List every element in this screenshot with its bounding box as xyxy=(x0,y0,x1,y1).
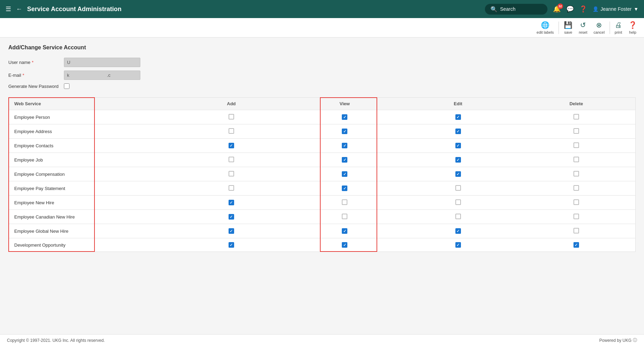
checkbox-delete[interactable] xyxy=(573,199,579,205)
email-row: E-mail * xyxy=(8,71,636,80)
generate-password-row: Generate New Password xyxy=(8,83,636,89)
help-nav-button[interactable]: ❓ xyxy=(579,5,587,13)
page-title: Add/Change Service Account xyxy=(8,44,636,51)
cell-delete xyxy=(517,139,636,153)
checkbox-delete[interactable] xyxy=(573,171,579,177)
cell-edit xyxy=(399,224,517,238)
checkbox-delete[interactable] xyxy=(573,213,579,220)
cell-view xyxy=(290,110,399,124)
cell-web-service: Employee Person xyxy=(9,110,172,124)
checkbox-edit[interactable] xyxy=(455,114,461,120)
cell-view xyxy=(290,196,399,210)
cell-add xyxy=(172,196,291,210)
cell-edit xyxy=(399,196,517,210)
cell-delete xyxy=(517,196,636,210)
checkbox-edit[interactable] xyxy=(455,128,461,134)
print-icon: 🖨 xyxy=(615,21,622,29)
checkbox-add-state xyxy=(229,128,234,134)
checkbox-view[interactable] xyxy=(341,114,348,120)
col-header-add: Add xyxy=(172,98,291,110)
checkbox-add[interactable] xyxy=(228,156,234,163)
checkbox-add[interactable] xyxy=(228,142,234,149)
checkbox-edit[interactable] xyxy=(455,185,461,191)
checkbox-view[interactable] xyxy=(341,128,348,134)
cell-add xyxy=(172,139,291,153)
checkbox-delete[interactable] xyxy=(573,128,579,134)
checkbox-add[interactable] xyxy=(228,199,234,206)
save-button[interactable]: 💾 save xyxy=(564,21,572,34)
checkbox-delete[interactable] xyxy=(573,228,579,234)
checkbox-view-state xyxy=(342,171,347,177)
chat-button[interactable]: 💬 xyxy=(566,5,574,13)
checkbox-add[interactable] xyxy=(228,214,234,220)
checkbox-add[interactable] xyxy=(228,228,234,234)
checkbox-edit-state xyxy=(455,242,461,248)
username-required: * xyxy=(32,60,34,65)
checkbox-delete[interactable] xyxy=(573,242,579,248)
cell-web-service: Employee Address xyxy=(9,124,172,139)
checkbox-view[interactable] xyxy=(341,228,348,234)
email-input[interactable] xyxy=(64,71,140,80)
checkbox-edit[interactable] xyxy=(455,171,461,177)
checkbox-add[interactable] xyxy=(228,114,234,120)
search-icon: 🔍 xyxy=(490,6,497,13)
checkbox-view-state xyxy=(342,199,347,205)
user-menu-button[interactable]: 👤 Jeanne Foster ▼ xyxy=(593,6,638,12)
generate-password-checkbox[interactable] xyxy=(64,83,69,89)
checkbox-add[interactable] xyxy=(228,128,234,134)
checkbox-edit-state xyxy=(455,214,461,219)
username-input[interactable] xyxy=(64,58,140,67)
cell-add xyxy=(172,210,291,224)
checkbox-delete[interactable] xyxy=(573,156,579,163)
checkbox-view[interactable] xyxy=(341,185,348,191)
cancel-button[interactable]: ⊗ cancel xyxy=(594,21,605,34)
checkbox-add-state xyxy=(229,200,234,205)
checkbox-delete-state xyxy=(573,171,579,176)
checkbox-view[interactable] xyxy=(341,199,348,205)
checkbox-edit[interactable] xyxy=(455,142,461,149)
checkbox-add[interactable] xyxy=(228,171,234,177)
checkbox-delete[interactable] xyxy=(573,114,579,120)
checkbox-view-state xyxy=(342,242,347,248)
checkbox-edit[interactable] xyxy=(455,242,461,248)
checkbox-view[interactable] xyxy=(341,242,348,248)
help-button[interactable]: ❓ help xyxy=(628,21,637,34)
reset-button[interactable]: ↺ reset xyxy=(579,21,587,34)
print-button[interactable]: 🖨 print xyxy=(615,21,622,34)
cell-delete xyxy=(517,238,636,252)
checkbox-edit[interactable] xyxy=(455,157,461,163)
table-row: Employee Person xyxy=(9,110,636,124)
checkbox-view-state xyxy=(342,214,347,219)
search-bar[interactable]: 🔍 Search xyxy=(485,4,547,15)
toolbar-separator-2 xyxy=(610,22,610,34)
col-header-view: View xyxy=(290,98,399,110)
checkbox-view[interactable] xyxy=(341,171,348,177)
checkbox-view-state xyxy=(342,228,347,234)
toolbar-group-actions: 💾 save ↺ reset ⊗ cancel xyxy=(564,21,604,34)
hamburger-menu-button[interactable]: ☰ xyxy=(6,5,11,13)
cell-delete xyxy=(517,124,636,139)
checkbox-edit[interactable] xyxy=(455,199,461,205)
cell-delete xyxy=(517,181,636,196)
cell-delete xyxy=(517,110,636,124)
notifications-button[interactable]: 🔔 32 xyxy=(553,5,561,13)
top-navigation: ☰ ← Service Account Administration 🔍 Sea… xyxy=(0,0,644,18)
checkbox-delete[interactable] xyxy=(573,142,579,148)
checkbox-view[interactable] xyxy=(341,142,348,149)
page-content: Add/Change Service Account User name * E… xyxy=(0,38,644,259)
cell-web-service: Employee Global New Hire xyxy=(9,224,172,238)
back-button[interactable]: ← xyxy=(16,6,22,13)
checkbox-view[interactable] xyxy=(341,213,348,220)
checkbox-add[interactable] xyxy=(228,242,234,248)
checkbox-edit[interactable] xyxy=(455,228,461,234)
checkbox-edit[interactable] xyxy=(455,213,461,220)
checkbox-add[interactable] xyxy=(228,185,234,191)
table-row: Employee Job xyxy=(9,153,636,167)
checkbox-delete-state xyxy=(573,228,579,233)
edit-labels-button[interactable]: 🌐 edit labels xyxy=(537,21,554,34)
user-dropdown-icon: ▼ xyxy=(634,6,638,12)
checkbox-delete[interactable] xyxy=(573,185,579,191)
email-label: E-mail * xyxy=(8,73,64,78)
checkbox-view[interactable] xyxy=(341,157,348,163)
checkbox-add-state xyxy=(229,228,234,234)
